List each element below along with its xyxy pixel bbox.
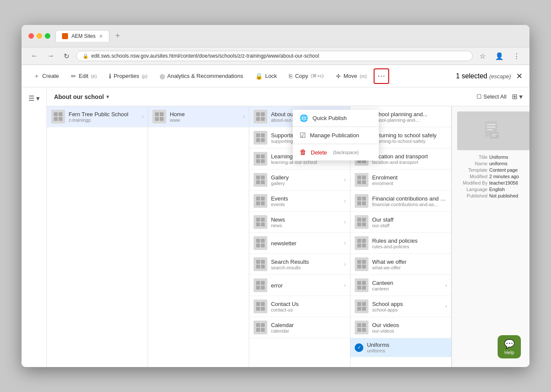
item-thumbnail <box>355 215 368 229</box>
item-thumbnail <box>355 194 368 208</box>
svg-rect-6 <box>492 136 496 136</box>
browser-tab[interactable]: AEM Sites ✕ <box>56 30 109 42</box>
copy-button[interactable]: ⎘ Copy (⌘+c) <box>284 70 329 82</box>
list-item[interactable]: Financial contributions and as... financ… <box>350 191 451 212</box>
item-thumbnail <box>254 236 267 250</box>
minimize-button[interactable] <box>37 33 42 39</box>
list-item[interactable]: ✓ Uniforms uniforms <box>350 338 451 357</box>
list-item[interactable]: Enrolment enrolment <box>350 170 451 191</box>
help-button[interactable]: 💬 Help <box>498 335 521 358</box>
lock-button[interactable]: 🔒 Lock <box>250 70 282 82</box>
select-all-button[interactable]: ☐ Select All <box>477 93 506 100</box>
item-thumbnail <box>355 257 368 271</box>
item-thumbnail <box>254 321 267 334</box>
columns-content: Fern Tree Public School z-trainingp › <box>47 106 529 367</box>
list-item[interactable]: News news › <box>249 212 350 233</box>
list-item[interactable]: Contact Us contact-us <box>249 296 350 317</box>
move-button[interactable]: ✛ Move (m) <box>331 70 372 82</box>
analytics-button[interactable]: ◎ Analytics & Recommendations <box>155 70 248 82</box>
list-item[interactable]: Canteen canteen › <box>350 275 451 296</box>
title-label: Title <box>457 154 487 160</box>
list-item[interactable]: School apps school-apps › <box>350 296 451 317</box>
item-subtitle: uniforms <box>367 348 447 353</box>
copy-shortcut: (⌘+c) <box>311 73 324 79</box>
list-item[interactable]: Calendar calendar <box>249 317 350 338</box>
url-bar[interactable]: 🔒 edit.sws.schools.nsw.gov.au/sites.html… <box>76 51 473 61</box>
column-2: Home www › <box>148 106 249 367</box>
back-button[interactable]: ← <box>28 51 40 61</box>
list-item[interactable]: What we offer what-we-offer <box>350 254 451 275</box>
published-value: Not published <box>489 193 529 198</box>
edit-button[interactable]: ✏ Edit (e) <box>66 70 102 82</box>
item-thumbnail <box>355 299 368 313</box>
item-thumbnail <box>355 173 368 187</box>
svg-rect-3 <box>487 129 493 130</box>
quick-publish-menu-item[interactable]: 🌐 Quick Publish <box>293 110 379 127</box>
detail-published-row: Published Not published <box>457 193 529 198</box>
new-tab-button[interactable]: + <box>113 31 123 40</box>
list-item[interactable]: Gallery gallery › <box>249 170 350 191</box>
profile-button[interactable]: 👤 <box>492 51 506 61</box>
column-1: Fern Tree Public School z-trainingp › <box>47 106 148 367</box>
template-label: Template <box>457 167 487 173</box>
detail-name-row: Name uniforms <box>457 161 529 166</box>
forward-button[interactable]: → <box>45 51 57 61</box>
copy-icon: ⎘ <box>289 73 292 80</box>
item-subtitle: contact-us <box>271 307 346 312</box>
list-item[interactable]: Home www › <box>148 106 249 127</box>
address-bar: ← → ↻ 🔒 edit.sws.schools.nsw.gov.au/site… <box>22 47 529 65</box>
close-button[interactable] <box>28 33 34 39</box>
list-item[interactable]: Rules and policies rules-and-policies <box>350 233 451 254</box>
column-title-text: About our school ▾ <box>54 93 109 100</box>
analytics-icon: ◎ <box>160 73 165 80</box>
manage-publication-label: Manage Publication <box>310 132 359 139</box>
analytics-label: Analytics & Recommendations <box>167 73 243 79</box>
template-value: Content page <box>489 167 529 173</box>
chevron-right-icon: › <box>243 114 245 120</box>
lock-label: Lock <box>265 73 277 79</box>
list-item[interactable]: newsletter › <box>249 233 350 254</box>
browser-menu-button[interactable]: ⋮ <box>511 51 523 61</box>
help-label: Help <box>505 350 514 355</box>
list-item[interactable]: error › <box>249 275 350 296</box>
list-item[interactable]: Search Results search-results › <box>249 254 350 275</box>
item-thumbnail <box>254 110 267 123</box>
view-toggle-button[interactable]: ⊞ ▾ <box>512 93 523 101</box>
more-actions-button[interactable]: ··· <box>374 68 389 84</box>
item-subtitle: enrolment <box>372 181 447 186</box>
svg-rect-2 <box>487 127 495 128</box>
close-selection-button[interactable]: ✕ <box>516 71 523 81</box>
item-subtitle: school-planning-and-... <box>372 117 447 123</box>
create-button[interactable]: ＋ Create <box>28 70 64 83</box>
item-title: Uniforms <box>367 342 447 348</box>
item-title: Gallery <box>271 174 341 181</box>
manage-publication-menu-item[interactable]: ☑ Manage Publication <box>293 127 379 144</box>
properties-button[interactable]: ℹ Properties (p) <box>104 70 153 82</box>
item-title: Search Results <box>271 259 341 265</box>
list-item[interactable]: Our videos our-videos <box>350 317 451 338</box>
tab-close-button[interactable]: ✕ <box>99 34 103 39</box>
item-title: Calendar <box>271 322 346 328</box>
delete-menu-item[interactable]: 🗑 Delete (backspace) <box>293 144 379 161</box>
create-label: Create <box>42 73 59 79</box>
item-title: Home <box>170 111 239 117</box>
sidebar-toggle-button[interactable]: ☰ ▾ <box>27 93 41 104</box>
maximize-button[interactable] <box>45 33 50 39</box>
item-thumbnail <box>152 110 166 123</box>
lock-icon: 🔒 <box>83 53 89 59</box>
item-thumbnail <box>254 278 267 292</box>
item-thumbnail <box>254 131 267 145</box>
list-item[interactable]: Fern Tree Public School z-trainingp › <box>47 106 148 127</box>
item-subtitle: what-we-offer <box>372 265 447 270</box>
create-icon: ＋ <box>34 72 40 80</box>
chevron-right-icon: › <box>344 177 346 183</box>
list-item[interactable]: Our staff our-staff <box>350 212 451 233</box>
bookmark-button[interactable]: ☆ <box>477 51 488 61</box>
list-item[interactable]: Events events › <box>249 191 350 212</box>
chevron-right-icon: › <box>344 219 346 225</box>
name-label: Name <box>457 161 487 166</box>
lock-icon: 🔒 <box>255 73 263 80</box>
refresh-button[interactable]: ↻ <box>61 51 72 61</box>
delete-shortcut: (backspace) <box>333 150 359 155</box>
item-thumbnail <box>51 110 65 123</box>
